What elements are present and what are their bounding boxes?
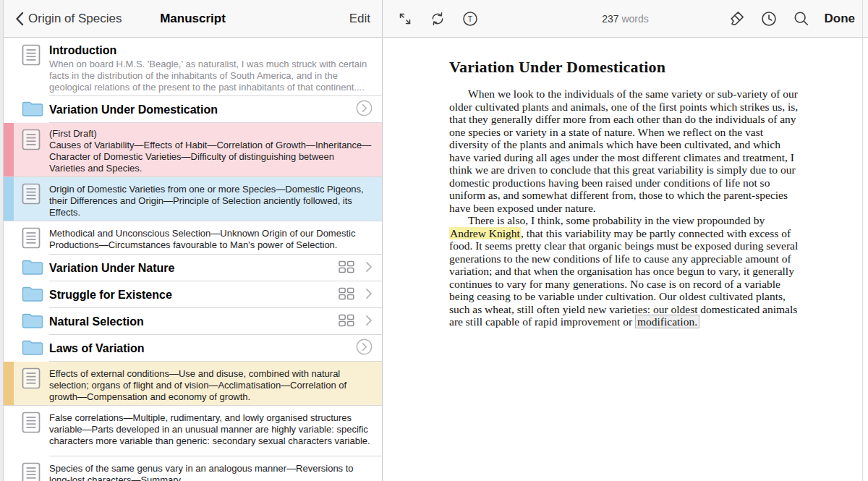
binder-item-species-of-same-genus[interactable]: Species of the same genus vary in an ana… — [4, 456, 382, 481]
document-icon — [22, 462, 41, 481]
item-synopsis: Methodical and Unconscious Selection—Unk… — [49, 228, 372, 251]
corkboard-grid-icon[interactable] — [339, 314, 354, 330]
top-toolbar: Origin of Species Manuscript Edit — [4, 0, 868, 38]
binder-item-false-correlations[interactable]: False correlations—Multiple, rudimentary… — [4, 406, 382, 456]
search-button[interactable] — [792, 9, 811, 28]
paragraph-2: There is also, I think, some probability… — [449, 214, 799, 328]
folder-icon — [22, 100, 43, 120]
document-icon — [22, 183, 41, 208]
item-synopsis: Species of the same genus vary in an ana… — [49, 463, 372, 481]
label-stripe-yellow — [4, 362, 14, 406]
document-icon — [22, 44, 41, 69]
binder-item-variation-under-domestication[interactable]: Variation Under Domestication — [4, 96, 382, 123]
document-icon — [22, 129, 41, 153]
document-icon — [22, 227, 41, 252]
binder-header: Origin of Species Manuscript Edit — [4, 0, 383, 37]
item-title: Introduction — [49, 43, 372, 57]
clock-icon — [760, 10, 778, 27]
document-icon — [22, 367, 41, 392]
item-synopsis: Causes of Variability—Effects of Habit—C… — [49, 140, 372, 174]
back-button[interactable]: Origin of Species — [15, 12, 122, 26]
back-chevron-icon — [15, 12, 24, 26]
binder-item-variation-under-nature[interactable]: Variation Under Nature — [4, 255, 382, 281]
folder-icon — [22, 258, 43, 278]
item-synopsis: Origin of Domestic Varieties from one or… — [49, 184, 372, 218]
sync-icon — [430, 11, 446, 27]
screen-edge-left — [0, 0, 4, 481]
disclosure-chevron-icon[interactable] — [365, 288, 373, 302]
sync-button[interactable] — [428, 9, 447, 28]
item-synopsis: False correlations—Multiple, rudimentary… — [49, 412, 372, 447]
disclosure-circled-chevron-icon[interactable] — [356, 339, 373, 358]
history-button[interactable] — [760, 9, 778, 28]
word-count: 237 words — [602, 13, 649, 25]
expand-icon — [397, 11, 413, 27]
appearance-button[interactable] — [727, 9, 746, 28]
typography-icon: T — [461, 10, 479, 27]
document-icon — [22, 412, 41, 436]
document-text[interactable]: When we look to the individuals of the s… — [449, 88, 799, 328]
label-stripe-red — [4, 123, 14, 177]
linked-comment-text[interactable]: modification. — [635, 315, 699, 328]
binder-item-methodical-selection[interactable]: Methodical and Unconscious Selection—Unk… — [4, 221, 382, 255]
binder-item-laws-of-variation[interactable]: Laws of Variation — [4, 335, 382, 362]
disclosure-circled-chevron-icon[interactable] — [356, 100, 373, 119]
edit-button[interactable]: Edit — [349, 12, 370, 26]
binder-item-first-draft[interactable]: (First Draft) Causes of Variability—Effe… — [4, 123, 382, 177]
corkboard-grid-icon[interactable] — [339, 287, 354, 303]
label-stripe-blue — [4, 177, 14, 221]
binder-list: Introduction When on board H.M.S. 'Beagl… — [4, 38, 383, 481]
disclosure-chevron-icon[interactable] — [365, 261, 373, 276]
binder-item-effects-of-external-conditions[interactable]: Effects of external conditions—Use and d… — [4, 362, 382, 406]
search-icon — [793, 10, 810, 27]
disclosure-chevron-icon[interactable] — [365, 315, 373, 329]
paragraph-1: When we look to the individuals of the s… — [449, 88, 799, 214]
binder-item-struggle-for-existence[interactable]: Struggle for Existence — [4, 281, 382, 308]
folder-title: Laws of Variation — [49, 342, 356, 355]
paintbrush-icon — [728, 10, 745, 27]
document-title: Variation Under Domestication — [449, 58, 799, 77]
binder-item-origin-of-domestic-varieties[interactable]: Origin of Domestic Varieties from one or… — [4, 177, 382, 221]
editor-pane[interactable]: Variation Under Domestication When we lo… — [383, 38, 868, 481]
svg-text:T: T — [468, 14, 473, 22]
done-button[interactable]: Done — [825, 12, 856, 26]
app-window: Origin of Species Manuscript Edit — [0, 0, 868, 481]
folder-title: Natural Selection — [49, 315, 339, 328]
expand-button[interactable] — [396, 9, 414, 28]
item-heading: (First Draft) — [49, 128, 372, 140]
editor-header: T 237 words — [383, 0, 868, 37]
highlighted-text[interactable]: Andrew Knight — [449, 227, 521, 239]
item-preview: When on board H.M.S. 'Beagle,' as natura… — [49, 59, 372, 93]
corkboard-grid-icon[interactable] — [339, 260, 354, 276]
back-button-label: Origin of Species — [28, 12, 122, 26]
folder-title: Variation Under Nature — [49, 262, 339, 275]
binder-item-introduction[interactable]: Introduction When on board H.M.S. 'Beagl… — [4, 38, 382, 96]
folder-icon — [22, 312, 43, 332]
folder-icon — [22, 285, 43, 305]
folder-title: Struggle for Existence — [49, 289, 339, 302]
binder-item-natural-selection[interactable]: Natural Selection — [4, 308, 382, 335]
folder-title: Variation Under Domestication — [49, 103, 356, 116]
word-count-value: 237 — [602, 13, 618, 25]
word-count-suffix: words — [621, 13, 648, 25]
typography-button[interactable]: T — [461, 9, 480, 28]
folder-icon — [22, 339, 43, 359]
item-synopsis: Effects of external conditions—Use and d… — [49, 368, 372, 403]
